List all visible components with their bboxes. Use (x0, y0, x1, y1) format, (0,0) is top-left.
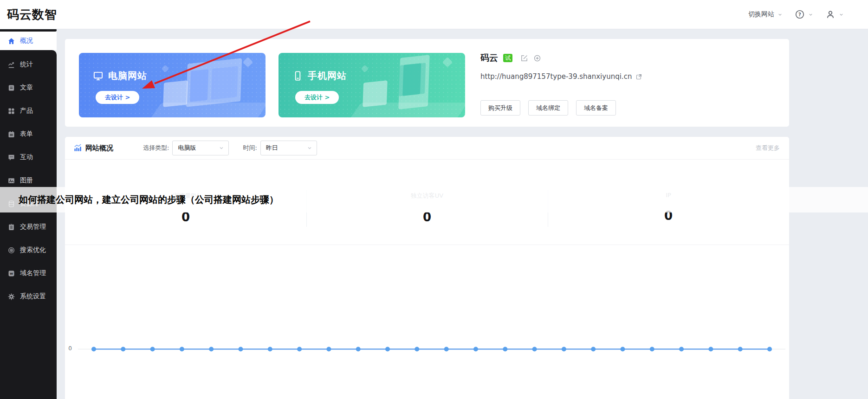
iso-photo-tile (163, 80, 188, 107)
chevron-down-icon (808, 12, 813, 17)
pc-site-card[interactable]: 电脑网站 去设计 > (79, 53, 266, 117)
sidebar-item-label: 交易管理 (20, 223, 46, 231)
external-link-icon[interactable] (635, 73, 642, 80)
site-panel: 电脑网站 去设计 > 手机网站 去设计 > 码云 试 (65, 39, 789, 127)
site-url-row: http://huang897157type-39.shanxiyunqi.cn (480, 72, 642, 81)
app-logo: 码云数智 (7, 6, 57, 23)
sidebar-item-domain[interactable]: w域名管理 (0, 262, 57, 285)
chevron-down-icon (307, 145, 312, 151)
sidebar-item-trade[interactable]: 交易管理 (0, 215, 57, 238)
help-dropdown[interactable]: ? (795, 9, 813, 19)
line-chart (65, 245, 789, 399)
mobile-card-title-row: 手机网站 (292, 70, 347, 82)
overview-panel: 网站概况 选择类型: 电脑版 时间: 昨日 查看更多 浏览量PV0独立访客UV0… (65, 137, 789, 399)
sidebar-item-label: 概况 (20, 37, 33, 45)
data-point (268, 347, 272, 352)
sidebar-item-label: 表单 (20, 130, 33, 138)
pc-design-button[interactable]: 去设计 > (96, 91, 139, 104)
site-action-button-1[interactable]: 域名绑定 (528, 100, 568, 116)
data-point (150, 347, 155, 352)
user-icon (825, 9, 836, 19)
sidebar-item-forms[interactable]: 表单 (0, 122, 57, 146)
data-point (444, 347, 449, 352)
iso-browser-shape (186, 58, 242, 107)
trade-icon (7, 223, 15, 231)
target-icon[interactable] (533, 54, 541, 62)
iso-phone-shape (398, 55, 430, 109)
data-point (708, 347, 713, 352)
overview-icon (7, 37, 15, 45)
site-name: 码云 (480, 52, 498, 64)
chevron-down-icon (219, 145, 224, 151)
sidebar-menu: 统计文章产品表单互动图册资源库交易管理搜索优化w域名管理系统设置 (0, 50, 57, 399)
site-info: 码云 试 http://huang897157type-39.shanxiyun… (480, 52, 642, 116)
site-action-button-2[interactable]: 域名备案 (576, 100, 616, 116)
trial-badge: 试 (503, 54, 512, 62)
overview-title: 网站概况 (85, 144, 113, 153)
edit-icon[interactable] (520, 54, 528, 62)
settings-icon (7, 293, 15, 301)
overview-toolbar: 网站概况 选择类型: 电脑版 时间: 昨日 查看更多 (65, 137, 789, 160)
sidebar-item-label: 产品 (20, 107, 33, 115)
phone-icon (292, 71, 303, 81)
user-dropdown[interactable] (825, 9, 844, 19)
data-point (562, 347, 566, 352)
site-action-button-0[interactable]: 购买升级 (480, 100, 520, 116)
switch-site-dropdown[interactable]: 切换网站 (748, 10, 783, 19)
data-point (532, 347, 537, 352)
time-select-value: 昨日 (266, 144, 278, 152)
time-select[interactable]: 昨日 (260, 141, 317, 155)
interaction-icon (7, 154, 15, 161)
chevron-down-icon (777, 12, 783, 17)
data-point (180, 347, 184, 352)
svg-text:?: ? (798, 12, 801, 17)
mobile-card-title: 手机网站 (308, 70, 347, 82)
topbar: 码云数智 切换网站 ? (0, 0, 868, 29)
sidebar-item-label: 搜索优化 (20, 246, 46, 254)
svg-text:w: w (10, 271, 13, 276)
data-point (91, 347, 96, 352)
sidebar-item-products[interactable]: 产品 (0, 99, 57, 122)
help-icon: ? (795, 9, 805, 19)
topbar-right: 切换网站 ? (748, 0, 844, 29)
caption-text: 如何搭建公司网站，建立公司网站的步骤（公司搭建网站步骤） (19, 193, 279, 206)
data-point (385, 347, 390, 352)
time-filter-label: 时间: (243, 144, 257, 152)
data-point (121, 347, 125, 352)
type-select[interactable]: 电脑版 (172, 141, 229, 155)
data-point (591, 347, 596, 352)
pc-card-title: 电脑网站 (108, 70, 147, 82)
sidebar-item-stats[interactable]: 统计 (0, 53, 57, 76)
view-more-link[interactable]: 查看更多 (756, 144, 780, 152)
sidebar-item-label: 互动 (20, 153, 33, 161)
data-point (297, 347, 302, 352)
data-point (679, 347, 684, 352)
type-select-value: 电脑版 (178, 144, 196, 152)
sidebar-item-settings[interactable]: 系统设置 (0, 285, 57, 308)
sidebar-item-seo[interactable]: 搜索优化 (0, 238, 57, 262)
sidebar-item-overview[interactable]: 概况 (0, 32, 57, 50)
mobile-site-card[interactable]: 手机网站 去设计 > (279, 53, 465, 117)
data-point (356, 347, 361, 352)
gallery-icon (7, 177, 15, 185)
data-point (767, 347, 772, 352)
sidebar-item-label: 域名管理 (20, 269, 46, 277)
stats-icon (7, 61, 15, 69)
data-point (326, 347, 331, 352)
sidebar-item-interaction[interactable]: 互动 (0, 146, 57, 169)
caption-overlay: 如何搭建公司网站，建立公司网站的步骤（公司搭建网站步骤） (0, 187, 868, 212)
data-point (650, 347, 654, 352)
sidebar-item-label: 文章 (20, 84, 33, 92)
site-actions: 购买升级域名绑定域名备案 (480, 100, 642, 116)
domain-icon: w (7, 270, 15, 277)
bar-chart-icon (73, 144, 82, 153)
sidebar-item-label: 统计 (20, 60, 33, 69)
mobile-design-button[interactable]: 去设计 > (295, 91, 339, 104)
sidebar-item-articles[interactable]: 文章 (0, 76, 57, 99)
products-icon (7, 107, 15, 115)
sidebar-item-label: 图册 (20, 176, 33, 185)
data-point (621, 347, 625, 352)
site-url-link[interactable]: http://huang897157type-39.shanxiyunqi.cn (480, 72, 632, 81)
forms-icon (7, 130, 15, 138)
switch-site-label: 切换网站 (748, 10, 774, 19)
